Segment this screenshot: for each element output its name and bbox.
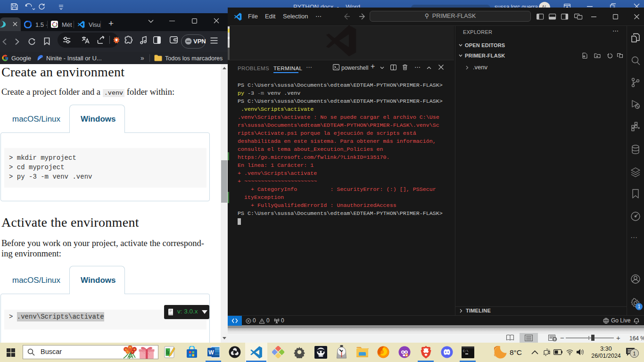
svg-text:C:\: C:\ [463,350,469,353]
svg-text:W: W [208,349,214,356]
